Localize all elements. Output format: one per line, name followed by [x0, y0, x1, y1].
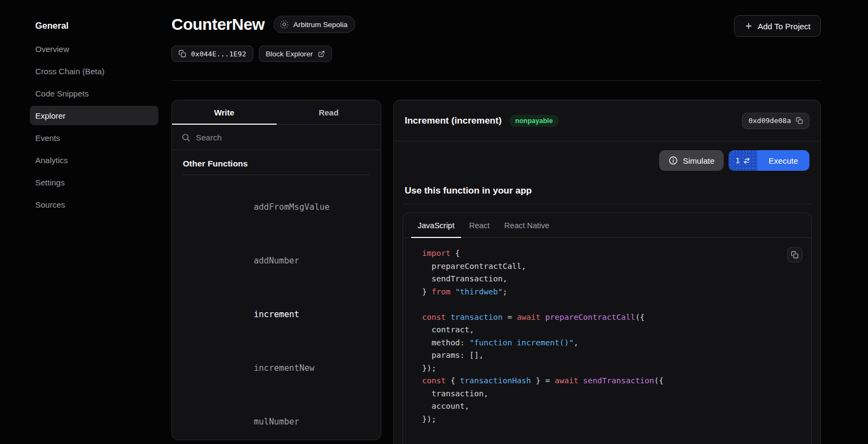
code-line: prepareContractCall, — [422, 260, 781, 273]
contract-header: CounterNew Arbitrum Sepolia — [171, 0, 821, 37]
function-selector: 0xd09de08a — [749, 117, 791, 125]
execute-label: Execute — [769, 156, 798, 165]
block-explorer-label: Block Explorer — [266, 50, 313, 58]
functions-panel: Write Read Other Function — [171, 100, 381, 440]
swap-icon — [743, 157, 750, 164]
copy-icon — [796, 117, 803, 124]
function-name: mulNumber — [254, 417, 299, 427]
execute-button-group: 1 Execute — [729, 150, 809, 171]
code-line: const { transactionHash } = await sendTr… — [422, 375, 781, 388]
copy-icon — [791, 251, 799, 259]
sidebar-item-label: Settings — [35, 178, 65, 187]
sidebar-items: Overview Cross Chain (Beta) Code Snippet… — [30, 39, 158, 214]
external-link-icon — [318, 50, 325, 57]
functions-tab[interactable]: Write — [172, 100, 277, 124]
function-title: Increment (increment) — [405, 115, 502, 126]
contract-address-button[interactable]: 0x044E...1E92 — [171, 46, 253, 62]
search-icon — [181, 133, 190, 142]
sidebar-item-label: Overview — [35, 44, 69, 54]
sidebar: General Overview Cross Chain (Beta) Code… — [30, 16, 158, 217]
code-tab-label: React Native — [505, 221, 550, 230]
code-tab[interactable]: React Native — [505, 213, 550, 237]
sidebar-item-label: Sources — [35, 200, 65, 209]
copy-icon — [178, 50, 186, 57]
sidebar-item[interactable]: Analytics — [30, 150, 158, 170]
code-tabs: JavaScript React React Native — [403, 213, 811, 238]
execute-button[interactable]: Execute — [757, 150, 809, 171]
sidebar-item[interactable]: Explorer — [30, 106, 158, 125]
simulate-button[interactable]: Simulate — [659, 150, 724, 171]
code-block: import { prepareContractCall, sendTransa… — [422, 247, 781, 426]
functions-tab-label: Read — [318, 108, 339, 117]
code-tab[interactable]: React — [469, 213, 490, 237]
address-row: 0x044E...1E92 Block Explorer — [171, 46, 821, 62]
functions-tab[interactable]: Read — [277, 100, 381, 124]
add-to-project-button[interactable]: Add To Project — [734, 15, 821, 37]
function-list-item[interactable]: addFromMsgValue — [183, 181, 370, 234]
code-line: params: [], — [422, 349, 781, 362]
add-to-project-label: Add To Project — [758, 22, 810, 31]
info-icon — [668, 156, 678, 165]
code-tab-label: JavaScript — [418, 221, 455, 230]
plus-icon — [744, 22, 753, 30]
sidebar-item[interactable]: Code Snippets — [30, 83, 158, 103]
simulate-label: Simulate — [683, 156, 714, 165]
code-line: const transaction = await prepareContrac… — [422, 311, 781, 324]
network-badge[interactable]: Arbitrum Sepolia — [273, 16, 356, 33]
search-input[interactable] — [196, 133, 372, 142]
sidebar-heading: General — [30, 16, 158, 35]
code-line — [422, 298, 781, 311]
mutability-badge: nonpayable — [509, 115, 559, 127]
function-name: incrementNew — [254, 363, 315, 373]
code-line: contract, — [422, 324, 781, 337]
sidebar-item-label: Code Snippets — [35, 89, 88, 98]
usage-heading: Use this function in your app — [394, 171, 820, 196]
action-row: Simulate 1 — [394, 141, 820, 171]
function-list-item[interactable]: addNumber — [183, 234, 370, 288]
code-line: transaction, — [422, 388, 781, 401]
function-detail-panel: Increment (increment) nonpayable 0xd09de… — [393, 100, 821, 444]
function-name: addFromMsgValue — [254, 202, 330, 212]
header-divider — [171, 80, 821, 81]
contract-address: 0x044E...1E92 — [191, 50, 246, 58]
sidebar-item-label: Analytics — [35, 156, 68, 165]
code-panel: JavaScript React React Native i — [403, 213, 812, 444]
function-list: addFromMsgValue addNumber increment incr… — [172, 175, 381, 440]
code-line: }); — [422, 362, 781, 375]
contract-explorer-page: General Overview Cross Chain (Beta) Code… — [0, 0, 868, 444]
usage-divider — [403, 204, 812, 204]
code-line: } from "thirdweb"; — [422, 286, 781, 299]
functions-tab-label: Write — [214, 108, 234, 117]
sidebar-item[interactable]: Settings — [30, 172, 158, 192]
code-tab[interactable]: JavaScript — [418, 213, 455, 237]
main-content: CounterNew Arbitrum Sepolia — [171, 0, 821, 444]
network-icon — [279, 20, 289, 29]
execute-count-button[interactable]: 1 — [729, 150, 757, 171]
code-line: sendTransaction, — [422, 273, 781, 286]
function-group-heading: Other Functions — [172, 150, 381, 175]
code-line: method: "function increment()", — [422, 337, 781, 350]
execute-count: 1 — [736, 156, 740, 165]
function-list-item[interactable]: mulNumber — [183, 395, 370, 440]
network-badge-label: Arbitrum Sepolia — [293, 21, 348, 29]
code-line: }); — [422, 413, 781, 426]
function-search — [172, 125, 381, 150]
copy-code-button[interactable] — [787, 247, 802, 262]
code-tab-label: React — [469, 221, 490, 230]
sidebar-item[interactable]: Events — [30, 128, 158, 147]
sidebar-item-label: Events — [35, 133, 60, 143]
sidebar-item[interactable]: Sources — [30, 195, 158, 214]
sidebar-item[interactable]: Overview — [30, 39, 158, 59]
page-title: CounterNew — [171, 15, 265, 34]
code-line: account, — [422, 400, 781, 413]
sidebar-item[interactable]: Cross Chain (Beta) — [30, 61, 158, 81]
functions-tabs: Write Read — [172, 100, 381, 125]
sidebar-item-label: Cross Chain (Beta) — [35, 67, 105, 76]
function-name: addNumber — [254, 256, 299, 266]
function-list-item[interactable]: increment — [183, 288, 370, 342]
function-selector-button[interactable]: 0xd09de08a — [742, 113, 809, 129]
block-explorer-button[interactable]: Block Explorer — [259, 46, 332, 62]
code-body: import { prepareContractCall, sendTransa… — [403, 238, 811, 436]
function-list-item[interactable]: incrementNew — [183, 342, 370, 395]
function-name: increment — [254, 310, 299, 319]
